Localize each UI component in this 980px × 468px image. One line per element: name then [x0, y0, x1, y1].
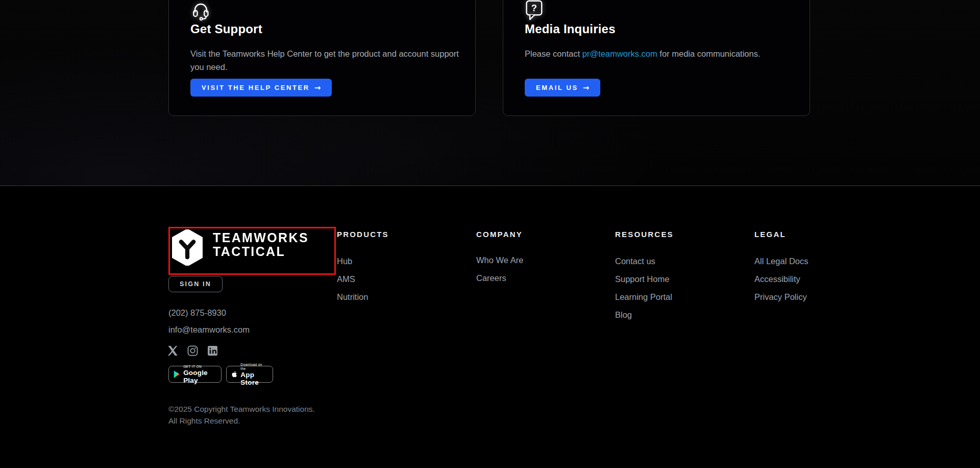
question-bubble-icon: ?: [525, 0, 545, 20]
footer-column-products: PRODUCTS Hub AMS Nutrition: [337, 230, 459, 311]
site-footer: TEAMWORKS TACTICAL SIGN IN (202) 875-893…: [0, 186, 980, 468]
google-play-icon: [174, 370, 180, 379]
footer-phone-link[interactable]: (202) 875-8930: [168, 308, 226, 318]
copyright-line1: ©2025 Copyright Teamworks Innovations.: [168, 403, 315, 415]
instagram-icon[interactable]: [187, 345, 198, 356]
footer-link-privacy-policy[interactable]: Privacy Policy: [754, 293, 877, 301]
body-suffix: for media communications.: [657, 49, 761, 58]
card-title: Media Inquiries: [525, 22, 616, 36]
social-links-row: [167, 345, 218, 356]
sign-in-button[interactable]: SIGN IN: [168, 276, 223, 292]
linkedin-icon[interactable]: [207, 345, 218, 356]
footer-logo-wordmark[interactable]: TEAMWORKS TACTICAL: [213, 231, 309, 259]
footer-column-company: COMPANY Who We Are Careers: [476, 230, 599, 292]
card-title: Get Support: [190, 22, 262, 36]
contact-section: Get Support Visit the Teamworks Help Cen…: [0, 0, 980, 186]
badge-tagline: GET IT ON: [183, 365, 216, 369]
copyright-line2: All Rights Reserved.: [168, 415, 315, 427]
teamworks-hexagon-logo-icon[interactable]: [172, 229, 203, 266]
footer-link-hub[interactable]: Hub: [337, 257, 459, 265]
logo-line2: TACTICAL: [213, 245, 309, 259]
app-store-badge[interactable]: Download on the App Store: [226, 366, 273, 383]
footer-link-learning-portal[interactable]: Learning Portal: [615, 293, 738, 301]
column-title: RESOURCES: [615, 230, 738, 239]
column-title: PRODUCTS: [337, 230, 459, 239]
headset-icon: [190, 1, 211, 21]
x-icon[interactable]: [167, 345, 178, 356]
footer-link-all-legal-docs[interactable]: All Legal Docs: [754, 257, 877, 265]
footer-column-resources: RESOURCES Contact us Support Home Learni…: [615, 230, 738, 329]
get-support-card: Get Support Visit the Teamworks Help Cen…: [168, 0, 476, 116]
google-play-badge[interactable]: GET IT ON Google Play: [168, 366, 222, 383]
footer-link-contact-us[interactable]: Contact us: [615, 257, 738, 265]
footer-link-support-home[interactable]: Support Home: [615, 275, 738, 283]
email-us-button[interactable]: EMAIL US →: [525, 79, 600, 97]
copyright-text: ©2025 Copyright Teamworks Innovations. A…: [168, 403, 315, 427]
column-title: LEGAL: [754, 230, 877, 239]
arrow-right-icon: →: [583, 83, 590, 92]
media-inquiries-card: ? Media Inquiries Please contact pr@team…: [503, 0, 810, 116]
card-body-text: Please contact pr@teamworks.com for medi…: [525, 47, 808, 60]
footer-link-accessibility[interactable]: Accessibility: [754, 275, 877, 283]
apple-icon: [231, 370, 237, 379]
footer-email-link[interactable]: info@teamworks.com: [168, 325, 250, 335]
badge-name: Google Play: [183, 369, 216, 384]
card-body-text: Visit the Teamworks Help Center to get t…: [190, 47, 474, 74]
footer-link-ams[interactable]: AMS: [337, 275, 459, 283]
visit-help-center-button[interactable]: VISIT THE HELP CENTER →: [190, 79, 332, 97]
logo-line1: TEAMWORKS: [213, 231, 309, 245]
button-label: VISIT THE HELP CENTER: [202, 84, 310, 91]
badge-tagline: Download on the: [240, 363, 268, 371]
column-title: COMPANY: [476, 230, 599, 239]
svg-text:?: ?: [531, 3, 537, 13]
arrow-right-icon: →: [314, 83, 321, 92]
footer-link-nutrition[interactable]: Nutrition: [337, 293, 459, 301]
body-prefix: Please contact: [525, 49, 582, 58]
button-label: EMAIL US: [536, 84, 578, 91]
footer-link-who-we-are[interactable]: Who We Are: [476, 256, 599, 264]
badge-name: App Store: [240, 371, 268, 386]
footer-column-legal: LEGAL All Legal Docs Accessibility Priva…: [754, 230, 877, 311]
footer-link-careers[interactable]: Careers: [476, 274, 599, 282]
pr-email-link[interactable]: pr@teamworks.com: [582, 49, 657, 58]
footer-link-blog[interactable]: Blog: [615, 311, 738, 319]
